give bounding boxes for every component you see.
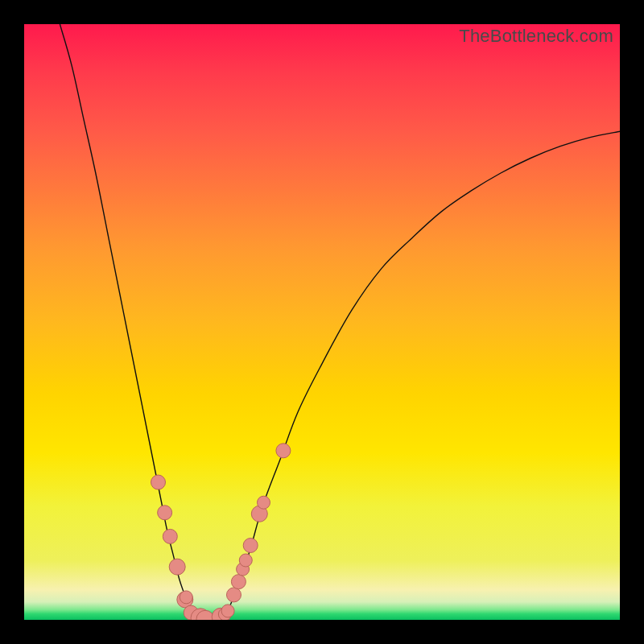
- data-dot: [239, 554, 252, 567]
- data-dot: [151, 475, 166, 489]
- data-dot: [276, 444, 291, 458]
- data-dots-group: [151, 444, 291, 620]
- data-dot: [243, 539, 258, 553]
- plot-svg: [24, 24, 620, 620]
- data-dot: [226, 588, 241, 602]
- curve-left-branch: [60, 24, 191, 614]
- data-dot: [169, 559, 185, 575]
- data-dot: [257, 496, 270, 509]
- curve-right-branch: [227, 131, 620, 613]
- data-dot: [180, 591, 192, 604]
- data-dot: [158, 506, 172, 520]
- plot-frame: TheBottleneck.com: [24, 24, 620, 620]
- data-dot: [163, 529, 177, 543]
- data-dot: [231, 575, 246, 589]
- data-dot: [221, 605, 234, 617]
